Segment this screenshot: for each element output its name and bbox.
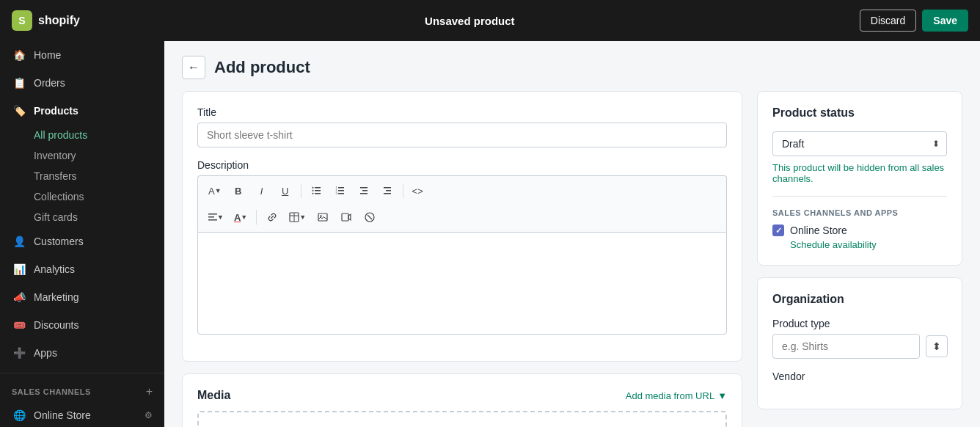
media-header: Media Add media from URL ▼: [197, 389, 727, 402]
discard-button[interactable]: Discard: [860, 10, 916, 32]
sidebar-item-products[interactable]: 🏷️ Products: [0, 97, 164, 125]
description-label: Description: [197, 159, 727, 171]
svg-rect-16: [386, 190, 391, 191]
apps-icon: ➕: [12, 346, 26, 360]
toolbar-divider-2: [403, 183, 403, 198]
home-icon: 🏠: [12, 48, 26, 62]
sidebar-item-apps[interactable]: ➕ Apps: [0, 339, 164, 367]
topbar-title: Unsaved product: [80, 15, 860, 27]
toolbar-row-2: ▼ A ▼: [204, 207, 381, 227]
code-button[interactable]: <>: [408, 180, 428, 201]
product-type-group: Product type ⬍: [772, 318, 947, 359]
sidebar-item-home[interactable]: 🏠 Home: [0, 41, 164, 69]
topbar: S shopify Unsaved product Discard Save: [0, 0, 980, 41]
sidebar-item-label: Home: [34, 49, 61, 61]
chevron-down-icon: ▼: [717, 390, 727, 401]
sidebar-item-analytics[interactable]: 📊 Analytics: [0, 255, 164, 283]
sidebar-item-orders[interactable]: 📋 Orders: [0, 69, 164, 97]
online-store-checkbox[interactable]: [772, 225, 784, 236]
status-select-wrap: Draft Active ⬍: [772, 131, 947, 156]
channel-row: Online Store: [772, 225, 947, 236]
sidebar-item-marketing[interactable]: 📣 Marketing: [0, 283, 164, 311]
product-status-card: Product status Draft Active ⬍ This produ…: [757, 91, 962, 266]
bold-button[interactable]: B: [227, 180, 249, 201]
product-details-card: Title Description A ▼: [182, 91, 742, 362]
page-header: ← Add product: [182, 41, 962, 91]
content-main: Title Description A ▼: [182, 91, 742, 427]
sales-channels-section: SALES CHANNELS AND APPS Online Store Sch…: [772, 196, 947, 250]
vendor-group: Vendor: [772, 371, 947, 382]
svg-point-3: [312, 187, 313, 189]
title-label: Title: [197, 106, 727, 118]
underline-button[interactable]: U: [274, 180, 296, 201]
align-button[interactable]: ▼: [204, 207, 228, 227]
indent-button[interactable]: [376, 180, 398, 201]
description-toolbar: A ▼ B I U: [197, 175, 727, 232]
clear-format-button[interactable]: [359, 207, 381, 227]
sidebar-item-customers[interactable]: 👤 Customers: [0, 227, 164, 255]
status-select[interactable]: Draft Active: [772, 131, 947, 156]
font-dropdown-icon: ▼: [215, 187, 222, 194]
add-media-from-url-link[interactable]: Add media from URL ▼: [626, 390, 727, 401]
save-button[interactable]: Save: [922, 10, 968, 32]
svg-point-4: [312, 190, 313, 191]
svg-rect-1: [315, 190, 321, 191]
product-status-title: Product status: [772, 106, 947, 120]
sidebar-sub-gift-cards[interactable]: Gift cards: [34, 207, 164, 227]
svg-text:3: 3: [335, 191, 337, 195]
media-title: Media: [197, 389, 230, 402]
svg-rect-20: [208, 219, 217, 221]
svg-line-28: [368, 215, 372, 219]
table-button[interactable]: ▼: [285, 207, 310, 227]
svg-rect-18: [208, 213, 217, 215]
image-button[interactable]: [312, 207, 334, 227]
media-dropzone[interactable]: [197, 411, 727, 427]
svg-rect-2: [315, 193, 321, 194]
description-editor[interactable]: [197, 232, 727, 335]
sidebar-sub-collections[interactable]: Collections: [34, 186, 164, 207]
ordered-list-button[interactable]: 123: [329, 180, 351, 201]
video-button[interactable]: [335, 207, 357, 227]
outdent-button[interactable]: [353, 180, 375, 201]
color-dropdown-icon: ▼: [241, 213, 247, 221]
title-input[interactable]: [197, 123, 727, 147]
color-button[interactable]: A ▼: [230, 207, 252, 227]
svg-rect-26: [342, 213, 348, 221]
sidebar-item-discounts[interactable]: 🎟️ Discounts: [0, 311, 164, 339]
sidebar-sub-inventory[interactable]: Inventory: [34, 145, 164, 166]
sales-channels-title: SALES CHANNELS: [12, 387, 91, 396]
svg-point-25: [320, 215, 321, 216]
italic-button[interactable]: I: [251, 180, 273, 201]
title-field-group: Title: [197, 106, 727, 147]
product-type-stepper[interactable]: ⬍: [926, 335, 948, 357]
products-icon: 🏷️: [12, 103, 26, 118]
link-button[interactable]: [261, 207, 283, 227]
add-sales-channel-icon[interactable]: +: [146, 385, 153, 398]
unordered-list-button[interactable]: [306, 180, 328, 201]
sales-channels-section-title: SALES CHANNELS AND APPS: [772, 208, 947, 217]
sidebar-item-label: Products: [34, 105, 78, 117]
logo-text: shopify: [38, 14, 80, 27]
sidebar-sub-all-products[interactable]: All products: [34, 125, 164, 145]
status-description: This product will be hidden from all sal…: [772, 162, 947, 184]
sidebar-sub-transfers[interactable]: Transfers: [34, 166, 164, 186]
svg-rect-17: [384, 193, 391, 194]
marketing-icon: 📣: [12, 290, 26, 304]
description-field-group: Description A ▼ B: [197, 159, 727, 335]
discounts-icon: 🎟️: [12, 318, 26, 332]
table-dropdown-icon: ▼: [299, 213, 306, 221]
toolbar-row-break: [204, 202, 720, 205]
product-type-label: Product type: [772, 318, 947, 329]
organization-title: Organization: [772, 293, 947, 306]
toolbar-row-1: A ▼ B I U: [204, 180, 428, 201]
svg-rect-19: [208, 216, 214, 218]
product-type-input[interactable]: [772, 334, 920, 359]
svg-rect-13: [362, 190, 368, 191]
back-button[interactable]: ←: [182, 56, 205, 79]
color-icon: A: [234, 212, 241, 223]
font-button[interactable]: A ▼: [204, 180, 226, 201]
schedule-availability-link[interactable]: Schedule availability: [790, 239, 947, 250]
sidebar-item-online-store[interactable]: 🌐 Online Store ⚙: [0, 401, 164, 427]
page-title: Add product: [214, 58, 310, 77]
sidebar-item-label: Customers: [34, 236, 84, 247]
